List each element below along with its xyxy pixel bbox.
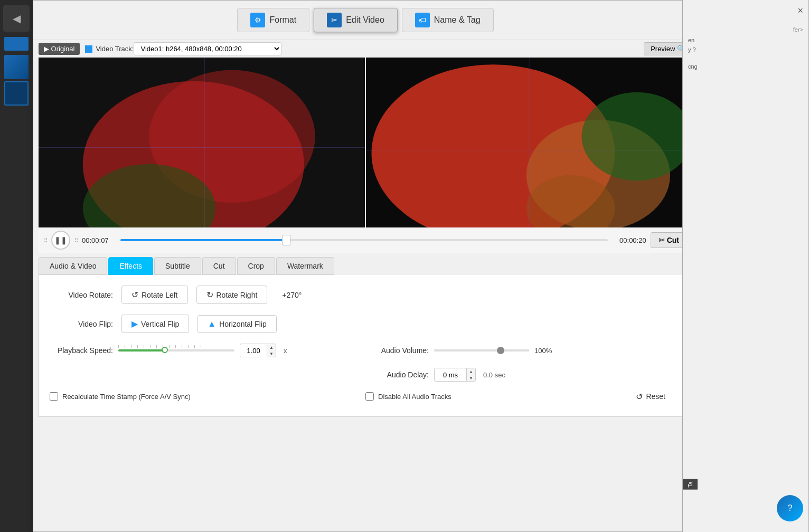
video-content-left (39, 58, 365, 227)
rotate-right-button[interactable]: ↻ Rotate Right (196, 286, 268, 304)
horizontal-flip-label: Horizontal Flip (219, 320, 266, 328)
second-dialog-content: fer> en y ? cng (683, 0, 808, 75)
rotate-left-label: Rotate Left (142, 291, 178, 299)
playback-speed-slider-thumb[interactable] (162, 347, 168, 353)
speed-volume-row: Playback Speed: (50, 344, 681, 357)
audio-delay-spin: ▲ ▼ (466, 368, 475, 381)
sidebar-thumbnail (4, 37, 29, 51)
timeline-section: ⠿ ❚❚ ⠿ 00:00:07 00:00:20 ✂ Cut (39, 227, 692, 253)
tab-subtitle[interactable]: Subtitle (154, 257, 201, 275)
original-button[interactable]: ▶ Original (39, 43, 80, 55)
disable-audio-group: Disable All Audio Tracks (365, 392, 681, 401)
preview-button-label: Preview 🔍 (651, 45, 685, 53)
tab-edit-video[interactable]: ✂ Edit Video (314, 8, 398, 32)
reset-button[interactable]: ↺ Reset (636, 392, 665, 402)
tab-format-label: Format (269, 15, 296, 25)
video-track-icon (85, 45, 92, 53)
tab-audio-video[interactable]: Audio & Video (39, 257, 107, 275)
playback-speed-group: Playback Speed: (50, 344, 365, 357)
audio-volume-thumb[interactable] (497, 347, 504, 354)
tab-format[interactable]: ⚙ Format (237, 8, 309, 32)
name-tag-icon: 🏷 (415, 13, 430, 27)
sidebar-item-1[interactable] (4, 55, 29, 79)
format-icon: ⚙ (250, 13, 265, 27)
audio-volume-label: Audio Volume: (365, 346, 429, 355)
tab-name-tag-label: Name & Tag (434, 15, 481, 25)
dialog-header: × ⚙ Format ✂ Edit Video 🏷 Name & Tag (33, 1, 698, 40)
audio-delay-input-group[interactable]: 0 ms ▲ ▼ (434, 368, 476, 382)
tab-watermark[interactable]: Watermark (276, 257, 334, 275)
tab-watermark-label: Watermark (287, 262, 323, 270)
rotate-left-icon: ↺ (131, 290, 138, 300)
video-frame-svg-left (39, 58, 365, 227)
tab-bar: ⚙ Format ✂ Edit Video 🏷 Name & Tag (237, 8, 493, 32)
audio-delay-input[interactable]: 0 ms (435, 369, 466, 381)
audio-volume-group: Audio Volume: 100% (365, 346, 681, 355)
audio-volume-slider[interactable] (434, 349, 529, 352)
playback-speed-slider-container[interactable] (118, 349, 234, 352)
audio-delay-group: Audio Delay: 0 ms ▲ ▼ 0.0 sec (365, 368, 681, 382)
edit-tabs: Audio & Video Effects Subtitle Cut Crop … (39, 257, 692, 275)
help-circle-icon: ? (788, 504, 793, 513)
second-dialog-section: cng (688, 63, 803, 70)
tab-cut[interactable]: Cut (202, 257, 236, 275)
recalculate-checkbox[interactable] (50, 392, 58, 401)
tab-audio-video-label: Audio & Video (50, 262, 96, 270)
second-dialog-text1: en (688, 37, 803, 43)
rotate-left-button[interactable]: ↺ Rotate Left (121, 286, 188, 304)
video-section: ▶ Original Video Track: Video1: h264, 48… (33, 40, 698, 253)
rotate-right-icon: ↻ (206, 290, 213, 300)
horizontal-flip-button[interactable]: ▲ Horizontal Flip (197, 315, 276, 333)
video-flip-row: Video Flip: ▶ Vertical Flip ▲ Horizontal… (50, 315, 681, 333)
effects-panel: Video Rotate: ↺ Rotate Left ↻ Rotate Rig… (39, 275, 692, 417)
tab-cut-label: Cut (213, 262, 225, 270)
video-panel-right (366, 58, 692, 227)
timeline-progress (120, 239, 286, 241)
main-dialog: × ⚙ Format ✂ Edit Video 🏷 Name & Tag ▶ O… (33, 0, 698, 532)
second-dialog-label: fer> (688, 26, 803, 33)
sidebar-item-2[interactable] (4, 81, 29, 106)
tab-sidebar-label: Ta (683, 479, 698, 490)
audio-delay-label: Audio Delay: (365, 370, 429, 379)
tab-name-tag[interactable]: 🏷 Name & Tag (402, 8, 494, 32)
tab-crop[interactable]: Crop (237, 257, 275, 275)
playback-speed-input-group[interactable]: 1.00 ▲ ▼ (240, 344, 276, 357)
audio-delay-down[interactable]: ▼ (467, 375, 475, 381)
second-dialog-help: y ? (688, 46, 803, 53)
timeline-track[interactable] (120, 239, 608, 241)
help-circle[interactable]: ? (777, 495, 803, 521)
original-button-label: ▶ Original (44, 45, 74, 53)
video-track-label: Video Track: (85, 45, 134, 53)
audio-delay-up[interactable]: ▲ (467, 368, 475, 375)
disable-audio-label: Disable All Audio Tracks (378, 393, 451, 401)
playback-speed-slider-track[interactable] (118, 349, 234, 352)
playback-speed-slider-fill (118, 349, 165, 352)
recalculate-group: Recalculate Time Stamp (Force A/V Sync) (50, 392, 365, 401)
playback-speed-down[interactable]: ▼ (267, 350, 276, 357)
vertical-flip-icon: ▶ (131, 319, 138, 329)
cut-button[interactable]: ✂ Cut (651, 232, 687, 248)
pause-button[interactable]: ❚❚ (51, 231, 70, 250)
edit-video-icon: ✂ (327, 13, 342, 27)
video-track-select[interactable]: Video1: h264, 480x848, 00:00:20 (134, 42, 281, 55)
video-rotate-row: Video Rotate: ↺ Rotate Left ↻ Rotate Rig… (50, 286, 681, 304)
grid-dots-left: ⠿ (44, 238, 47, 243)
timeline-thumb[interactable] (282, 235, 290, 245)
sidebar-back-button[interactable]: ◀ (3, 5, 30, 32)
audio-delay-row: Audio Delay: 0 ms ▲ ▼ 0.0 sec (50, 368, 681, 382)
second-dialog-close-button[interactable]: × (797, 5, 803, 16)
vertical-flip-button[interactable]: ▶ Vertical Flip (121, 315, 189, 333)
video-panel-left (39, 58, 365, 227)
timeline-total-time: 00:00:20 (612, 236, 646, 244)
cut-icon: ✂ (659, 236, 665, 244)
playback-speed-up[interactable]: ▲ (267, 344, 276, 350)
timeline-slider[interactable] (120, 235, 608, 245)
playback-speed-input[interactable]: 1.00 (240, 345, 267, 357)
disable-audio-checkbox[interactable] (365, 392, 374, 401)
video-frame-svg-right (366, 58, 692, 227)
rotate-right-label: Rotate Right (217, 291, 258, 299)
second-dialog: × fer> en y ? cng ? Ta (682, 0, 809, 532)
horizontal-flip-icon: ▲ (208, 319, 216, 329)
tab-effects[interactable]: Effects (108, 257, 153, 275)
help-text: y ? (688, 46, 696, 53)
